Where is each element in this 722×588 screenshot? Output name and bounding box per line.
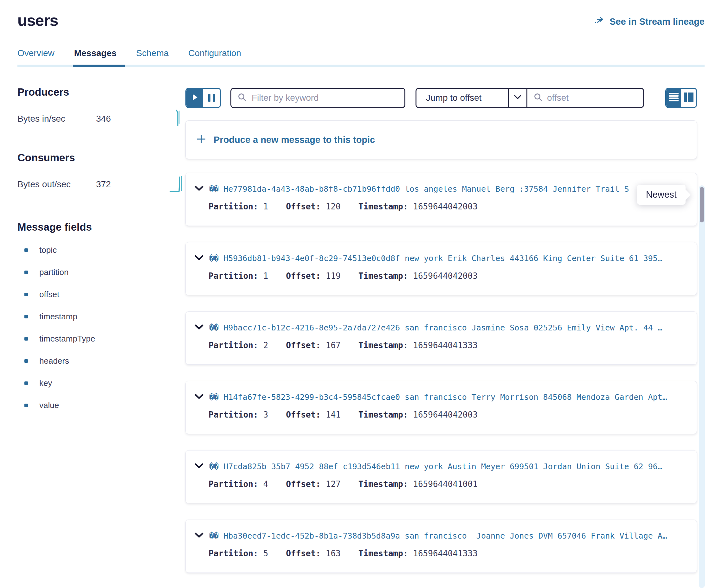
timestamp-label: Timestamp: [358, 410, 408, 419]
field-bullet-icon [24, 337, 28, 340]
tab-overview[interactable]: Overview [17, 48, 55, 67]
bytes-in-sparkline [171, 108, 185, 129]
partition-value: 1 [263, 202, 268, 211]
bytes-in-label: Bytes in/sec [17, 114, 96, 124]
timestamp-label: Timestamp: [358, 549, 408, 558]
expand-chevron-icon[interactable] [194, 255, 204, 262]
message-meta: Partition:3 Offset:141 Timestamp:1659644… [194, 410, 688, 419]
bytes-in-row: Bytes in/sec 346 [17, 108, 185, 129]
timestamp-label: Timestamp: [358, 340, 408, 350]
plus-icon [197, 134, 206, 145]
timestamp-label: Timestamp: [358, 479, 408, 489]
field-bullet-icon [24, 404, 28, 407]
message-row[interactable]: �� He77981da-4a43-48ab-b8f8-cb71b96ffdd0… [185, 173, 697, 226]
produce-message-label: Produce a new message to this topic [214, 135, 375, 145]
message-summary: �� H7cda825b-35b7-4952-88ef-c193d546eb11… [209, 462, 688, 471]
stream-lineage-link[interactable]: See in Stream lineage [594, 17, 705, 27]
partition-label: Partition: [209, 410, 258, 419]
partition-value: 1 [263, 271, 268, 281]
message-meta: Partition:1 Offset:120 Timestamp:1659644… [194, 202, 688, 211]
bytes-out-row: Bytes out/sec 372 [17, 174, 185, 194]
keyword-filter-field [230, 88, 405, 108]
page-header: users See in Stream lineage [0, 0, 722, 30]
message-list-scrollbar[interactable] [699, 185, 705, 588]
timestamp-value: 1659644042003 [413, 410, 478, 419]
bytes-out-label: Bytes out/sec [17, 179, 96, 189]
message-meta: Partition:4 Offset:127 Timestamp:1659644… [194, 479, 688, 489]
expand-chevron-icon[interactable] [194, 324, 204, 331]
pause-icon [213, 94, 215, 102]
partition-label: Partition: [209, 340, 258, 350]
scrollbar-thumb[interactable] [700, 187, 704, 223]
message-row[interactable]: �� H5936db81-b943-4e0f-8c29-74513e0c0d8f… [185, 242, 697, 295]
field-item-topic[interactable]: topic [17, 239, 185, 261]
metrics-sidebar: Producers Bytes in/sec 346 Consumers Byt… [17, 67, 185, 416]
message-list: �� He77981da-4a43-48ab-b8f8-cb71b96ffdd0… [185, 173, 697, 573]
bytes-in-value: 346 [96, 114, 111, 124]
offset-label: Offset: [286, 549, 321, 558]
partition-value: 5 [263, 549, 268, 558]
message-row[interactable]: �� H14fa67fe-5823-4299-b3c4-595845cfcae0… [185, 381, 697, 434]
message-row[interactable]: �� Hba30eed7-1edc-452b-8b1a-738d3b5d8a9a… [185, 520, 697, 573]
messages-panel: Jump to offset [185, 67, 705, 588]
tab-schema[interactable]: Schema [136, 48, 169, 67]
jump-to-offset-chevron[interactable] [508, 89, 528, 107]
offset-search-input[interactable] [547, 93, 637, 103]
message-fields-list: topic partition offset timestamp timesta… [17, 239, 185, 416]
play-button[interactable] [186, 89, 203, 107]
offset-value: 163 [326, 549, 341, 558]
view-mode-toggle [665, 88, 697, 108]
keyword-filter-input[interactable] [252, 93, 398, 103]
partition-label: Partition: [209, 271, 258, 281]
field-item-offset[interactable]: offset [17, 283, 185, 306]
jump-to-offset-select[interactable]: Jump to offset [416, 89, 508, 107]
field-bullet-icon [24, 248, 28, 252]
list-view-icon [669, 92, 679, 104]
partition-label: Partition: [209, 549, 258, 558]
offset-label: Offset: [286, 340, 321, 350]
field-bullet-icon [24, 381, 28, 385]
message-summary: �� He77981da-4a43-48ab-b8f8-cb71b96ffdd0… [209, 184, 688, 193]
partition-label: Partition: [209, 202, 258, 211]
field-item-timestamp[interactable]: timestamp [17, 306, 185, 328]
message-row[interactable]: �� H7cda825b-35b7-4952-88ef-c193d546eb11… [185, 450, 697, 503]
chevron-down-icon [513, 94, 522, 101]
message-row[interactable]: �� H9bacc71c-b12c-4216-8e95-2a7da727e426… [185, 311, 697, 365]
timestamp-value: 1659644041001 [413, 479, 478, 489]
field-item-timestampType[interactable]: timestampType [17, 328, 185, 350]
timestamp-value: 1659644041333 [413, 340, 478, 350]
field-item-value[interactable]: value [17, 394, 185, 416]
bytes-out-value: 372 [96, 179, 111, 189]
offset-search-field [528, 89, 643, 107]
field-item-headers[interactable]: headers [17, 350, 185, 372]
partition-value: 2 [263, 340, 268, 350]
field-item-partition[interactable]: partition [17, 261, 185, 283]
column-view-icon [684, 92, 694, 103]
play-pause-toggle [185, 88, 221, 108]
consumers-heading: Consumers [17, 152, 185, 164]
expand-chevron-icon[interactable] [194, 463, 204, 470]
tab-messages[interactable]: Messages [74, 48, 117, 67]
field-bullet-icon [24, 315, 28, 318]
produce-message-button[interactable]: Produce a new message to this topic [185, 120, 697, 159]
lineage-link-label: See in Stream lineage [610, 17, 705, 27]
pause-button[interactable] [203, 89, 220, 107]
message-summary: �� Hba30eed7-1edc-452b-8b1a-738d3b5d8a9a… [209, 531, 688, 541]
expand-chevron-icon[interactable] [194, 532, 204, 539]
field-item-key[interactable]: key [17, 372, 185, 394]
pause-icon [208, 94, 210, 102]
tab-configuration[interactable]: Configuration [188, 48, 241, 67]
column-view-button[interactable] [681, 89, 696, 107]
expand-chevron-icon[interactable] [194, 394, 204, 400]
partition-value: 4 [263, 479, 268, 489]
play-icon [192, 94, 198, 102]
list-view-button[interactable] [666, 89, 681, 107]
offset-label: Offset: [286, 202, 321, 211]
topic-details-page: users See in Stream lineage Overview Mes… [0, 0, 722, 588]
timestamp-label: Timestamp: [358, 202, 408, 211]
message-meta: Partition:5 Offset:163 Timestamp:1659644… [194, 549, 688, 558]
expand-chevron-icon[interactable] [194, 186, 204, 192]
field-bullet-icon [24, 271, 28, 274]
offset-value: 120 [326, 202, 341, 211]
message-summary: �� H9bacc71c-b12c-4216-8e95-2a7da727e426… [209, 323, 688, 332]
